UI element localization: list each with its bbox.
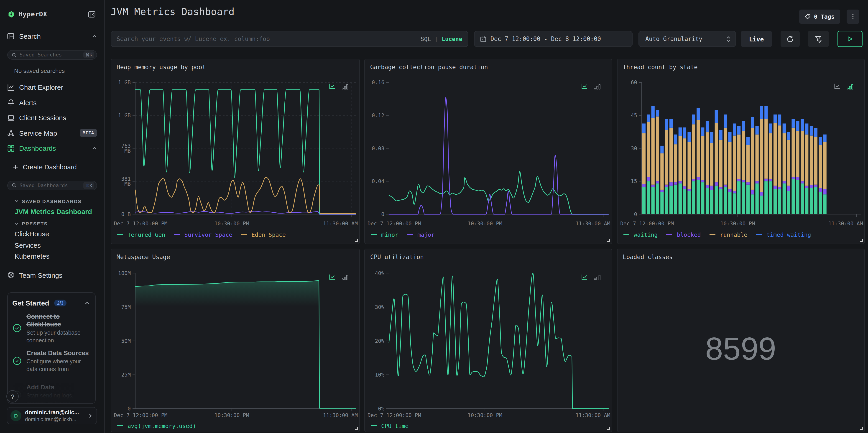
get-started-header[interactable]: Get Started 2/3 (8, 293, 95, 307)
section-header-label: SAVED DASHBOARDS (22, 198, 82, 204)
svg-text:40%: 40% (375, 270, 384, 276)
svg-text:0.16: 0.16 (372, 79, 384, 85)
svg-text:0.08: 0.08 (372, 145, 384, 151)
user-menu[interactable]: D dominic.tran@clic... dominic.tran@clic… (7, 407, 97, 424)
resize-handle-icon[interactable] (607, 426, 610, 430)
dots-vertical-icon (849, 13, 856, 20)
sidebar: HyperDX Search Saved Searches ⌘K No save… (0, 0, 105, 433)
svg-text:Dec 7 12:00:00 PM: Dec 7 12:00:00 PM (368, 412, 421, 418)
bell-icon (7, 99, 14, 106)
select-chevrons-icon (726, 36, 731, 42)
saved-dashboards-input[interactable]: Saved Dashboards ⌘K (7, 181, 97, 190)
sidebar-item-jvm-metrics-dashboard[interactable]: JVM Metrics Dashboard (14, 207, 97, 215)
legend-label: waiting (634, 231, 658, 238)
svg-text:Dec 7 12:00:00 PM: Dec 7 12:00:00 PM (114, 220, 167, 226)
saved-searches-input[interactable]: Saved Searches ⌘K (7, 50, 97, 60)
sidebar-item-chart-explorer[interactable]: Chart Explorer (0, 80, 104, 95)
legend-item[interactable]: Eden Space (241, 231, 286, 238)
sidebar-item-service-map[interactable]: Service Map BETA (0, 125, 104, 141)
legend-item[interactable]: waiting (623, 231, 658, 238)
tags-button[interactable]: 0 Tags (800, 9, 840, 24)
divider (0, 159, 104, 159)
legend-swatch (241, 234, 247, 235)
granularity-select[interactable]: Auto Granularity (639, 31, 736, 47)
chart-plot-metaspace: 025M50M75M100MDec 7 12:00:00 PM10:30:00 … (111, 249, 360, 432)
sidebar-item-services[interactable]: Services (14, 241, 97, 249)
svg-text:0 B: 0 B (121, 211, 131, 217)
svg-text:Dec 7 12:00:00 PM: Dec 7 12:00:00 PM (368, 220, 421, 226)
svg-text:10:30:00 PM: 10:30:00 PM (215, 412, 249, 418)
filter-button[interactable] (808, 31, 829, 47)
chevron-right-icon (88, 413, 93, 418)
logo-row: HyperDX (0, 0, 104, 21)
sidebar-collapse-icon[interactable] (88, 10, 96, 18)
legend-item[interactable]: Survivor Space (174, 231, 232, 238)
legend-label: runnable (720, 231, 747, 238)
svg-text:10:30:00 PM: 10:30:00 PM (468, 412, 502, 418)
sidebar-item-kubernetes[interactable]: Kubernetes (14, 252, 97, 260)
refresh-button[interactable] (780, 31, 800, 47)
create-dashboard-button[interactable]: Create Dashboard (7, 161, 97, 172)
svg-text:20%: 20% (375, 338, 384, 344)
chart-legend: CPU time (371, 422, 408, 429)
resize-handle-icon[interactable] (859, 426, 863, 430)
legend-item[interactable]: avg(jvm.memory.used) (117, 422, 196, 429)
legend-item[interactable]: timed_waiting (756, 231, 811, 238)
event-search-input[interactable]: Search your events w/ Lucene ex. column:… (111, 31, 468, 47)
sidebar-item-clickhouse[interactable]: ClickHouse (14, 230, 97, 238)
svg-text:60: 60 (630, 79, 637, 85)
legend-item[interactable]: major (407, 231, 434, 238)
chevron-down-icon (14, 221, 19, 226)
legend-item[interactable]: blocked (666, 231, 701, 238)
sidebar-item-search[interactable]: Search (0, 31, 104, 41)
divider (0, 44, 104, 44)
get-started-card: Get Started 2/3 Connect to ClickHouse Se… (7, 292, 96, 404)
run-query-button[interactable] (837, 31, 863, 47)
sidebar-item-label: Search (19, 32, 92, 40)
legend-swatch (756, 234, 762, 235)
legend-swatch (117, 234, 123, 235)
legend-item[interactable]: minor (371, 231, 398, 238)
live-button[interactable]: Live (741, 31, 772, 47)
help-button[interactable]: ? (6, 390, 19, 402)
sidebar-item-client-sessions[interactable]: Client Sessions (0, 110, 104, 125)
legend-label: major (417, 231, 434, 238)
chart-explorer-icon (7, 84, 14, 91)
legend-label: avg(jvm.memory.used) (127, 422, 196, 429)
get-started-item-connect[interactable]: Connect to ClickHouse Set up your databa… (8, 313, 95, 345)
sidebar-item-label: Alerts (19, 99, 97, 106)
svg-text:763MB: 763MB (121, 143, 131, 154)
legend-item[interactable]: Tenured Gen (117, 231, 165, 238)
get-started-item-add-data[interactable]: Add Data Start sending logs, metrics, or… (8, 383, 95, 404)
saved-dashboards-header[interactable]: SAVED DASHBOARDS (14, 198, 97, 204)
legend-item[interactable]: runnable (710, 231, 747, 238)
resize-handle-icon[interactable] (607, 238, 610, 242)
more-options-button[interactable] (846, 9, 859, 24)
svg-text:381MB: 381MB (121, 176, 131, 187)
saved-dashboards-placeholder: Saved Dashboards (20, 182, 83, 188)
sidebar-item-dashboards[interactable]: Dashboards (0, 141, 104, 156)
sidebar-item-alerts[interactable]: Alerts (0, 95, 104, 110)
panel-title: Loaded classes (623, 253, 673, 260)
legend-swatch (371, 426, 377, 426)
svg-text:30: 30 (630, 145, 637, 151)
time-range-picker[interactable]: Dec 7 12:00:00 - Dec 8 12:00:00 (474, 31, 632, 47)
sql-option[interactable]: SQL (421, 35, 431, 42)
resize-handle-icon[interactable] (859, 238, 863, 242)
sidebar-item-team-settings[interactable]: Team Settings (7, 270, 97, 280)
query-language-toggle[interactable]: SQL|Lucene (421, 35, 462, 42)
svg-text:25M: 25M (121, 372, 131, 377)
get-started-item-texts: Create Data Sources Configure where your… (26, 349, 95, 373)
get-started-item-subtitle: Configure where your data comes from (26, 358, 88, 373)
get-started-item-sources[interactable]: Create Data Sources Configure where your… (8, 349, 95, 373)
svg-text:Dec 7 12:00:00 PM: Dec 7 12:00:00 PM (114, 412, 167, 418)
chevron-up-icon[interactable] (85, 301, 90, 306)
play-icon (847, 36, 853, 42)
resize-handle-icon[interactable] (354, 238, 358, 242)
presets-header[interactable]: PRESETS (14, 221, 97, 226)
legend-item[interactable]: CPU time (371, 422, 408, 429)
resize-handle-icon[interactable] (354, 426, 358, 430)
check-circle-icon (13, 324, 22, 332)
lucene-option[interactable]: Lucene (442, 35, 462, 42)
svg-text:11:30:00 AM: 11:30:00 AM (828, 220, 863, 226)
